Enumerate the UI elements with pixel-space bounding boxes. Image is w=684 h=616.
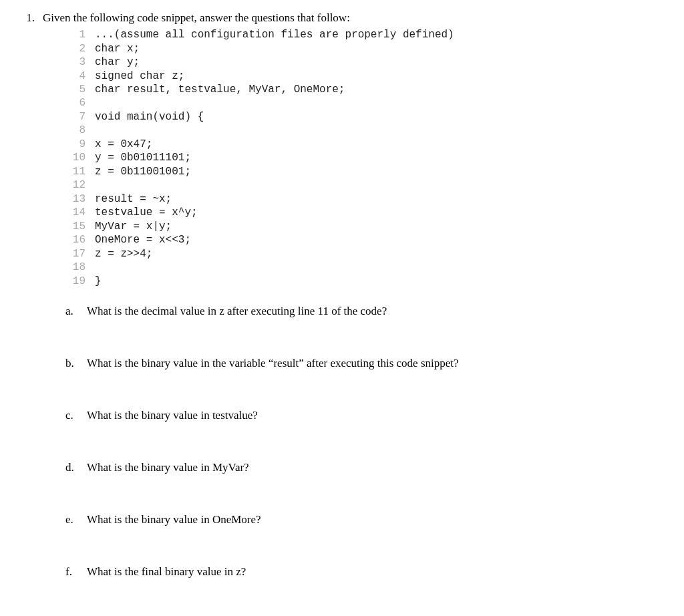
code-text: MyVar = x|y; <box>95 220 172 233</box>
code-line: 7void main(void) { <box>65 110 668 124</box>
code-text: char x; <box>95 42 140 55</box>
code-line: 2char x; <box>65 42 668 55</box>
subquestion: e.What is the binary value in OneMore? <box>65 512 668 527</box>
code-line: 12 <box>65 178 668 192</box>
line-number: 5 <box>65 83 95 96</box>
subquestion: f.What is the final binary value in z? <box>65 565 668 579</box>
subquestion-letter: c. <box>65 408 77 423</box>
code-line: 8 <box>65 124 668 137</box>
code-text: OneMore = x<<3; <box>95 233 191 247</box>
line-number: 14 <box>65 206 95 219</box>
code-line: 14testvalue = x^y; <box>65 206 668 219</box>
code-line: 13result = ~x; <box>65 192 668 206</box>
line-number: 13 <box>65 192 95 206</box>
subquestion-text: What is the binary value in OneMore? <box>87 512 261 527</box>
subquestion-text: What is the binary value in MyVar? <box>87 460 249 475</box>
line-number: 7 <box>65 110 95 124</box>
code-line: 6 <box>65 96 668 110</box>
subquestion-letter: e. <box>65 512 77 527</box>
code-line: 17z = z>>4; <box>65 247 668 261</box>
subquestion-text: What is the binary value in testvalue? <box>87 408 258 423</box>
line-number: 15 <box>65 220 95 233</box>
code-line: 11z = 0b11001001; <box>65 165 668 178</box>
question-prompt: Given the following code snippet, answer… <box>43 11 350 25</box>
subquestion: b.What is the binary value in the variab… <box>65 356 668 371</box>
code-text: result = ~x; <box>95 192 172 206</box>
code-text: char y; <box>95 55 140 69</box>
line-number: 19 <box>65 275 95 288</box>
code-text: } <box>95 275 102 288</box>
subquestion: d.What is the binary value in MyVar? <box>65 460 668 475</box>
code-line: 15MyVar = x|y; <box>65 220 668 233</box>
line-number: 11 <box>65 165 95 178</box>
code-text: void main(void) { <box>95 110 204 124</box>
subquestion: c.What is the binary value in testvalue? <box>65 408 668 423</box>
subquestion-text: What is the final binary value in z? <box>87 565 246 579</box>
subquestion-text: What is the decimal value in z after exe… <box>87 304 387 319</box>
code-snippet: 1...(assume all configuration files are … <box>65 28 668 288</box>
code-line: 9x = 0x47; <box>65 138 668 151</box>
code-line: 4signed char z; <box>65 69 668 83</box>
line-number: 16 <box>65 233 95 247</box>
code-text: signed char z; <box>95 69 184 83</box>
code-text: y = 0b01011101; <box>95 151 191 164</box>
line-number: 10 <box>65 151 95 164</box>
code-text: ...(assume all configuration files are p… <box>95 28 454 41</box>
code-line: 10y = 0b01011101; <box>65 151 668 164</box>
subquestion-text: What is the binary value in the variable… <box>87 356 459 371</box>
line-number: 6 <box>65 96 95 110</box>
code-text: char result, testvalue, MyVar, OneMore; <box>95 83 345 96</box>
code-text: z = z>>4; <box>95 247 152 261</box>
code-line: 18 <box>65 261 668 274</box>
code-line: 5char result, testvalue, MyVar, OneMore; <box>65 83 668 96</box>
code-text: z = 0b11001001; <box>95 165 191 178</box>
subquestion-list: a.What is the decimal value in z after e… <box>65 304 668 580</box>
line-number: 1 <box>65 28 95 41</box>
line-number: 3 <box>65 55 95 69</box>
line-number: 8 <box>65 124 95 137</box>
line-number: 4 <box>65 69 95 83</box>
line-number: 12 <box>65 178 95 192</box>
code-text: x = 0x47; <box>95 138 152 151</box>
subquestion-letter: b. <box>65 356 77 371</box>
subquestion: a.What is the decimal value in z after e… <box>65 304 668 319</box>
subquestion-letter: f. <box>65 565 77 579</box>
code-text: testvalue = x^y; <box>95 206 198 219</box>
line-number: 18 <box>65 261 95 274</box>
line-number: 2 <box>65 42 95 55</box>
question-header: 1. Given the following code snippet, ans… <box>16 11 668 25</box>
code-line: 1...(assume all configuration files are … <box>65 28 668 41</box>
line-number: 9 <box>65 138 95 151</box>
subquestion-letter: a. <box>65 304 77 319</box>
code-line: 19} <box>65 275 668 288</box>
code-line: 16OneMore = x<<3; <box>65 233 668 247</box>
code-line: 3char y; <box>65 55 668 69</box>
line-number: 17 <box>65 247 95 261</box>
question-number: 1. <box>16 11 35 25</box>
subquestion-letter: d. <box>65 460 77 475</box>
